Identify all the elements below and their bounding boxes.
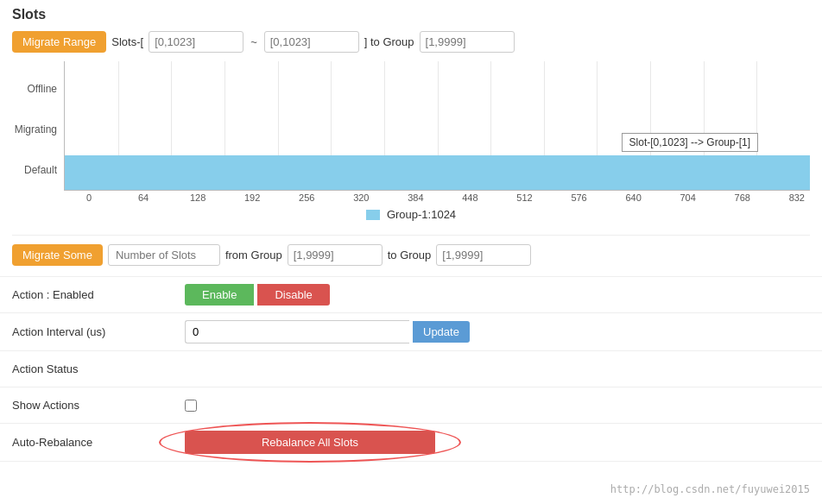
auto-rebalance-row: Auto-Rebalance Rebalance All Slots: [0, 423, 822, 462]
legend-color-box: [366, 210, 380, 220]
x-label-128: 128: [185, 192, 211, 203]
rebalance-button[interactable]: Rebalance All Slots: [185, 431, 435, 454]
x-label-384: 384: [402, 192, 428, 203]
chart-inner: Slot-[0,1023] --> Group-[1]: [64, 61, 810, 191]
migrate-range-bar: Migrate Range Slots-[ ~ ] to Group: [0, 26, 822, 58]
y-labels: Offline Migrating Default: [12, 61, 64, 191]
from-group-input[interactable]: [288, 244, 383, 266]
x-label-448: 448: [457, 192, 483, 203]
to-group-input-some[interactable]: [436, 244, 531, 266]
chart-legend: Group-1:1024: [12, 208, 810, 221]
action-interval-control: Update: [185, 320, 470, 343]
action-interval-row: Action Interval (us) Update: [0, 312, 822, 350]
x-label-832: 832: [784, 192, 810, 203]
slots-from-input[interactable]: [149, 31, 243, 53]
x-label-640: 640: [621, 192, 647, 203]
chart-tooltip: Slot-[0,1023] --> Group-[1]: [622, 133, 758, 152]
migrate-some-button[interactable]: Migrate Some: [12, 244, 103, 266]
x-label-704: 704: [675, 192, 701, 203]
interval-input[interactable]: [185, 320, 409, 343]
legend-label: Group-1:1024: [387, 208, 456, 221]
y-label-offline: Offline: [12, 83, 57, 95]
slots-prefix: Slots-[: [111, 35, 143, 48]
chart-wrapper: Offline Migrating Default: [12, 61, 810, 191]
x-axis-labels: 0 64 128 192 256 320 384 448 512 576 640…: [76, 191, 810, 205]
to-group-label-some: to Group: [388, 249, 432, 261]
x-label-0: 0: [76, 192, 102, 203]
auto-rebalance-control: Rebalance All Slots: [185, 431, 435, 454]
x-label-256: 256: [294, 192, 319, 203]
action-enabled-row: Action : Enabled Enable Disable: [0, 276, 822, 312]
y-label-default: Default: [12, 164, 57, 176]
x-label-320: 320: [348, 192, 374, 203]
update-button[interactable]: Update: [413, 321, 470, 343]
rebalance-oval: Rebalance All Slots: [185, 431, 435, 454]
auto-rebalance-label: Auto-Rebalance: [12, 436, 185, 449]
show-actions-checkbox[interactable]: [185, 400, 197, 412]
to-group-label: ] to Group: [364, 35, 414, 48]
migrate-some-bar: Migrate Some from Group to Group: [0, 239, 822, 271]
x-label-64: 64: [130, 192, 156, 203]
action-table: Action : Enabled Enable Disable Action I…: [0, 276, 822, 462]
action-interval-label: Action Interval (us): [12, 325, 185, 338]
disable-button[interactable]: Disable: [257, 284, 329, 306]
range-separator: ~: [249, 35, 259, 48]
action-status-row: Action Status: [0, 350, 822, 387]
horizontal-separator: [12, 235, 810, 236]
from-group-label: from Group: [225, 249, 282, 261]
show-actions-row: Show Actions: [0, 387, 822, 423]
number-of-slots-input[interactable]: [108, 244, 220, 266]
action-enabled-label: Action : Enabled: [12, 288, 185, 301]
show-actions-control: [185, 400, 197, 412]
watermark: http://blog.csdn.net/fuyuwei2015: [610, 483, 810, 495]
page-title: Slots: [0, 0, 822, 26]
slots-to-input[interactable]: [264, 31, 359, 53]
chart-area: Offline Migrating Default: [0, 58, 822, 231]
x-label-512: 512: [512, 192, 538, 203]
y-label-migrating: Migrating: [12, 123, 57, 135]
x-label-576: 576: [566, 192, 592, 203]
show-actions-label: Show Actions: [12, 399, 185, 412]
action-status-label: Action Status: [12, 362, 185, 375]
enable-button[interactable]: Enable: [185, 284, 254, 306]
x-label-192: 192: [239, 192, 265, 203]
migrate-range-button[interactable]: Migrate Range: [12, 31, 106, 53]
action-enabled-control: Enable Disable: [185, 284, 330, 306]
x-label-768: 768: [730, 192, 756, 203]
group-input[interactable]: [420, 31, 515, 53]
default-bar: [65, 155, 810, 190]
